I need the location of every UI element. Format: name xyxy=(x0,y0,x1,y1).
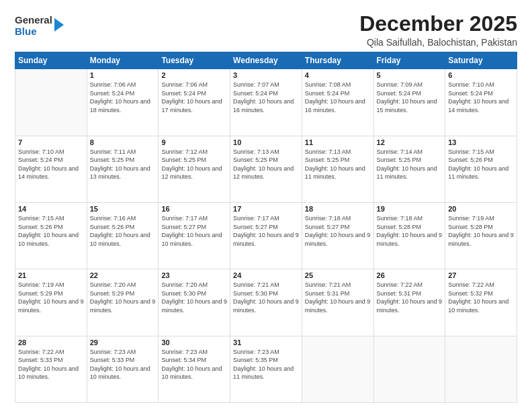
table-row: 9Sunrise: 7:12 AMSunset: 5:25 PMDaylight… xyxy=(159,136,230,202)
day-info: Sunrise: 7:06 AMSunset: 5:24 PMDaylight:… xyxy=(90,81,156,114)
table-row: 15Sunrise: 7:16 AMSunset: 5:26 PMDayligh… xyxy=(87,202,159,269)
day-info: Sunrise: 7:20 AMSunset: 5:29 PMDaylight:… xyxy=(90,281,156,314)
header: General Blue December 2025 Qila Saifulla… xyxy=(15,12,517,48)
table-row: 19Sunrise: 7:18 AMSunset: 5:28 PMDayligh… xyxy=(373,202,445,269)
day-number: 18 xyxy=(305,205,371,213)
day-info: Sunrise: 7:21 AMSunset: 5:31 PMDaylight:… xyxy=(305,281,371,314)
logo-arrow-icon xyxy=(54,18,64,32)
day-info: Sunrise: 7:10 AMSunset: 5:24 PMDaylight:… xyxy=(448,81,514,114)
table-row: 24Sunrise: 7:21 AMSunset: 5:30 PMDayligh… xyxy=(230,269,302,336)
day-number: 17 xyxy=(233,205,299,213)
day-number: 12 xyxy=(377,138,443,146)
day-number: 14 xyxy=(18,205,84,213)
day-number: 22 xyxy=(90,271,156,279)
table-row: 6Sunrise: 7:10 AMSunset: 5:24 PMDaylight… xyxy=(445,69,517,136)
day-info: Sunrise: 7:19 AMSunset: 5:28 PMDaylight:… xyxy=(448,214,514,248)
table-row: 29Sunrise: 7:23 AMSunset: 5:33 PMDayligh… xyxy=(87,336,159,402)
table-row xyxy=(302,336,373,402)
calendar-table: SundayMondayTuesdayWednesdayThursdayFrid… xyxy=(15,52,517,403)
day-number: 21 xyxy=(18,271,84,279)
weekday-header: Tuesday xyxy=(159,52,230,69)
weekday-header: Friday xyxy=(373,52,445,69)
page-subtitle: Qila Saifullah, Balochistan, Pakistan xyxy=(359,37,517,48)
day-info: Sunrise: 7:14 AMSunset: 5:25 PMDaylight:… xyxy=(377,148,443,181)
table-row xyxy=(15,69,87,136)
day-info: Sunrise: 7:22 AMSunset: 5:32 PMDaylight:… xyxy=(448,281,514,314)
day-info: Sunrise: 7:23 AMSunset: 5:34 PMDaylight:… xyxy=(161,348,227,381)
day-number: 20 xyxy=(448,205,514,213)
weekday-header: Saturday xyxy=(445,52,517,69)
day-info: Sunrise: 7:23 AMSunset: 5:33 PMDaylight:… xyxy=(90,348,156,381)
table-row: 20Sunrise: 7:19 AMSunset: 5:28 PMDayligh… xyxy=(445,202,517,269)
day-number: 2 xyxy=(161,71,227,79)
day-number: 6 xyxy=(448,71,514,79)
day-number: 9 xyxy=(161,138,227,146)
table-row: 2Sunrise: 7:06 AMSunset: 5:24 PMDaylight… xyxy=(159,69,230,136)
day-info: Sunrise: 7:18 AMSunset: 5:28 PMDaylight:… xyxy=(377,214,443,248)
day-number: 27 xyxy=(448,271,514,279)
day-info: Sunrise: 7:12 AMSunset: 5:25 PMDaylight:… xyxy=(161,148,227,181)
day-number: 10 xyxy=(233,138,299,146)
day-number: 4 xyxy=(305,71,371,79)
day-number: 16 xyxy=(161,205,227,213)
day-info: Sunrise: 7:17 AMSunset: 5:27 PMDaylight:… xyxy=(233,214,299,248)
table-row: 7Sunrise: 7:10 AMSunset: 5:24 PMDaylight… xyxy=(15,136,87,202)
day-info: Sunrise: 7:23 AMSunset: 5:35 PMDaylight:… xyxy=(233,348,299,381)
day-info: Sunrise: 7:09 AMSunset: 5:24 PMDaylight:… xyxy=(377,81,443,114)
day-number: 25 xyxy=(305,271,371,279)
table-row: 17Sunrise: 7:17 AMSunset: 5:27 PMDayligh… xyxy=(230,202,302,269)
table-row: 22Sunrise: 7:20 AMSunset: 5:29 PMDayligh… xyxy=(87,269,159,336)
logo-text: General Blue xyxy=(15,15,52,37)
logo-general: General xyxy=(15,15,52,26)
table-row: 8Sunrise: 7:11 AMSunset: 5:25 PMDaylight… xyxy=(87,136,159,202)
weekday-header: Sunday xyxy=(15,52,87,69)
table-row: 18Sunrise: 7:18 AMSunset: 5:27 PMDayligh… xyxy=(302,202,373,269)
day-info: Sunrise: 7:15 AMSunset: 5:26 PMDaylight:… xyxy=(448,148,514,181)
title-block: December 2025 Qila Saifullah, Balochista… xyxy=(359,12,517,48)
day-info: Sunrise: 7:21 AMSunset: 5:30 PMDaylight:… xyxy=(233,281,299,314)
day-info: Sunrise: 7:16 AMSunset: 5:26 PMDaylight:… xyxy=(90,214,156,248)
day-info: Sunrise: 7:17 AMSunset: 5:27 PMDaylight:… xyxy=(161,214,227,248)
day-number: 23 xyxy=(161,271,227,279)
table-row: 3Sunrise: 7:07 AMSunset: 5:24 PMDaylight… xyxy=(230,69,302,136)
day-info: Sunrise: 7:19 AMSunset: 5:29 PMDaylight:… xyxy=(18,281,84,314)
day-number: 15 xyxy=(90,205,156,213)
day-info: Sunrise: 7:13 AMSunset: 5:25 PMDaylight:… xyxy=(233,148,299,181)
table-row: 13Sunrise: 7:15 AMSunset: 5:26 PMDayligh… xyxy=(445,136,517,202)
table-row: 26Sunrise: 7:22 AMSunset: 5:31 PMDayligh… xyxy=(373,269,445,336)
day-info: Sunrise: 7:22 AMSunset: 5:31 PMDaylight:… xyxy=(377,281,443,314)
table-row: 25Sunrise: 7:21 AMSunset: 5:31 PMDayligh… xyxy=(302,269,373,336)
day-number: 31 xyxy=(233,338,299,347)
table-row: 5Sunrise: 7:09 AMSunset: 5:24 PMDaylight… xyxy=(373,69,445,136)
logo: General Blue xyxy=(15,15,64,37)
day-info: Sunrise: 7:22 AMSunset: 5:33 PMDaylight:… xyxy=(18,348,84,381)
table-row: 16Sunrise: 7:17 AMSunset: 5:27 PMDayligh… xyxy=(159,202,230,269)
day-info: Sunrise: 7:10 AMSunset: 5:24 PMDaylight:… xyxy=(18,148,84,181)
day-number: 1 xyxy=(90,71,156,79)
table-row: 31Sunrise: 7:23 AMSunset: 5:35 PMDayligh… xyxy=(230,336,302,402)
day-info: Sunrise: 7:08 AMSunset: 5:24 PMDaylight:… xyxy=(305,81,371,114)
day-number: 30 xyxy=(161,338,227,347)
table-row: 11Sunrise: 7:13 AMSunset: 5:25 PMDayligh… xyxy=(302,136,373,202)
page: General Blue December 2025 Qila Saifulla… xyxy=(0,0,532,411)
table-row: 12Sunrise: 7:14 AMSunset: 5:25 PMDayligh… xyxy=(373,136,445,202)
day-number: 13 xyxy=(448,138,514,146)
table-row xyxy=(445,336,517,402)
day-number: 7 xyxy=(18,138,84,146)
day-number: 29 xyxy=(90,338,156,347)
table-row: 21Sunrise: 7:19 AMSunset: 5:29 PMDayligh… xyxy=(15,269,87,336)
weekday-header: Thursday xyxy=(302,52,373,69)
day-info: Sunrise: 7:07 AMSunset: 5:24 PMDaylight:… xyxy=(233,81,299,114)
table-row: 14Sunrise: 7:15 AMSunset: 5:26 PMDayligh… xyxy=(15,202,87,269)
day-info: Sunrise: 7:18 AMSunset: 5:27 PMDaylight:… xyxy=(305,214,371,248)
day-number: 28 xyxy=(18,338,84,347)
table-row: 10Sunrise: 7:13 AMSunset: 5:25 PMDayligh… xyxy=(230,136,302,202)
day-number: 24 xyxy=(233,271,299,279)
table-row: 30Sunrise: 7:23 AMSunset: 5:34 PMDayligh… xyxy=(159,336,230,402)
day-number: 26 xyxy=(377,271,443,279)
table-row: 1Sunrise: 7:06 AMSunset: 5:24 PMDaylight… xyxy=(87,69,159,136)
page-title: December 2025 xyxy=(359,12,517,36)
day-number: 3 xyxy=(233,71,299,79)
day-info: Sunrise: 7:13 AMSunset: 5:25 PMDaylight:… xyxy=(305,148,371,181)
table-row: 23Sunrise: 7:20 AMSunset: 5:30 PMDayligh… xyxy=(159,269,230,336)
